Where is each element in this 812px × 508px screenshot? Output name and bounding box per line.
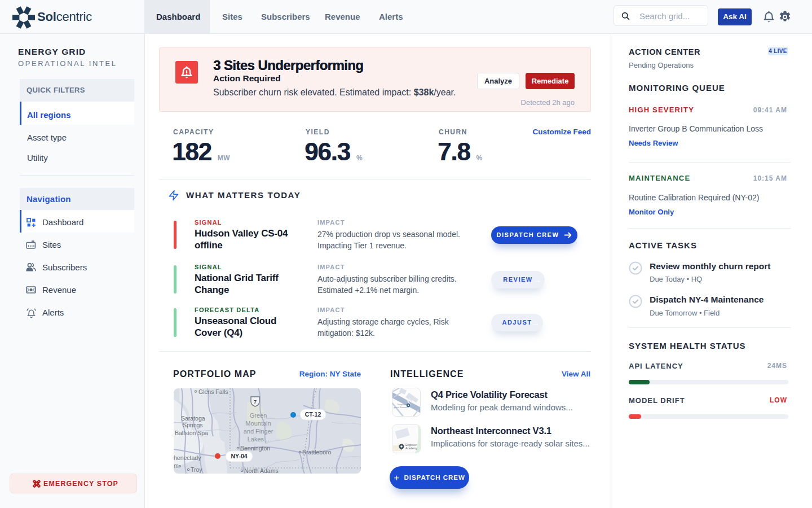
svg-text:North Adams: North Adams [244, 467, 279, 474]
svg-text:Ballston Spa: Ballston Spa [175, 430, 208, 436]
svg-text:Academy: Academy [405, 446, 417, 450]
svg-text:Saratoga: Saratoga [181, 415, 205, 422]
svg-text:m: m [174, 462, 179, 469]
svg-text:NY-04: NY-04 [231, 453, 247, 459]
svg-text:Glens Falls: Glens Falls [198, 388, 228, 395]
svg-text:henectady: henectady [174, 454, 201, 461]
svg-text:Lakes...: Lakes... [248, 436, 270, 443]
svg-text:Mountain: Mountain [245, 420, 271, 427]
svg-text:Bennington: Bennington [240, 445, 270, 452]
svg-text:Brattleboro: Brattleboro [302, 449, 332, 456]
svg-text:CT-12: CT-12 [305, 411, 321, 418]
svg-text:Springs: Springs [183, 422, 203, 428]
svg-text:and Finger: and Finger [244, 428, 273, 435]
svg-text:Troy: Troy [191, 466, 202, 473]
svg-text:Green: Green [250, 412, 267, 419]
svg-text:7: 7 [254, 399, 257, 405]
